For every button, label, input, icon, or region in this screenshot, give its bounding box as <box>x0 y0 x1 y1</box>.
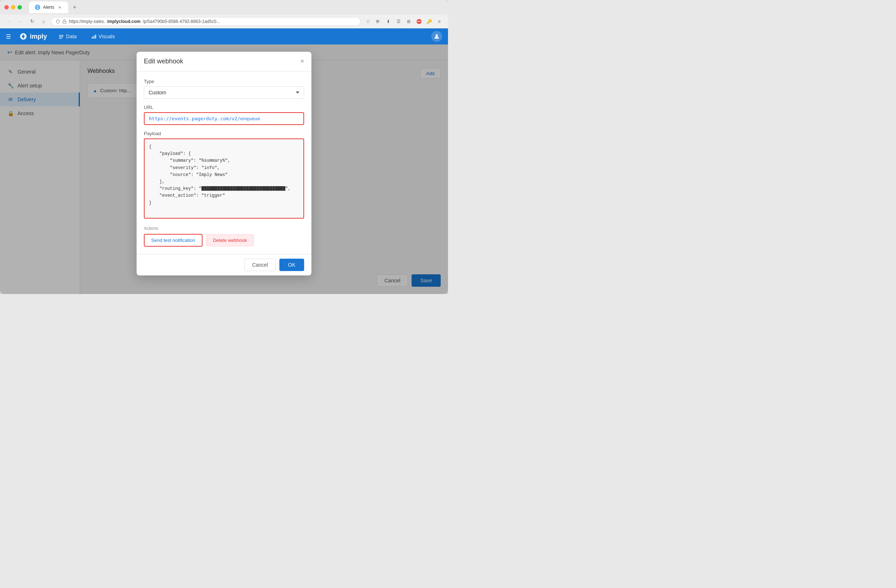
app-logo-text: imply <box>30 33 47 40</box>
grid-icon[interactable]: ⊞ <box>404 17 413 26</box>
browser-toolbar-icons: ☆ ⛨ ⬇ ☰ ⊞ ⛔ 🔑 ≡ <box>364 17 443 26</box>
payload-label: Payload <box>144 131 304 136</box>
nav-data-label: Data <box>66 34 77 40</box>
svg-rect-8 <box>93 36 94 39</box>
modal-body: Type Custom URL Payload <box>137 72 311 254</box>
send-test-notification-button[interactable]: Send test notification <box>144 234 203 247</box>
actions-row: Send test notification Delete webhook <box>144 234 304 247</box>
svg-rect-6 <box>59 38 62 39</box>
page-body: ↩ Edit alert: Imply News PagerDuty ✎ Gen… <box>0 44 448 294</box>
hamburger-icon[interactable]: ☰ <box>6 33 11 40</box>
actions-label: Actions <box>144 226 304 231</box>
modal-footer: Cancel OK <box>137 254 311 276</box>
payload-form-group: Payload { "payload": { "summary": "%summ… <box>144 131 304 220</box>
url-bar[interactable]: https://imply-sales.implycloud.com/p/5a4… <box>51 17 361 26</box>
url-label: URL <box>144 105 304 110</box>
nav-data[interactable]: Data <box>56 32 80 41</box>
url-form-group: URL <box>144 105 304 125</box>
lock-icon <box>62 19 67 24</box>
svg-point-10 <box>436 34 438 37</box>
extensions-icon[interactable]: ⛨ <box>374 17 382 26</box>
modal-close-button[interactable]: × <box>300 58 304 65</box>
svg-rect-9 <box>95 35 96 39</box>
type-label: Type <box>144 79 304 84</box>
actions-section: Actions Send test notification Delete we… <box>144 226 304 247</box>
header-right <box>431 31 442 42</box>
browser-window: Alerts ✕ + ← → ↻ ⌂ https://imply-sales.i… <box>0 0 448 294</box>
svg-rect-4 <box>59 35 63 36</box>
url-suffix: /p/5a4790b5-8586-4792-8863-1ad5c0... <box>143 19 220 24</box>
password-icon[interactable]: 🔑 <box>425 17 433 26</box>
data-icon <box>59 34 64 39</box>
browser-tab-alerts[interactable]: Alerts ✕ <box>29 2 68 13</box>
traffic-lights <box>5 5 22 9</box>
url-prefix: https://imply-sales. <box>69 19 105 24</box>
url-domain: implycloud.com <box>107 19 140 24</box>
visuals-icon <box>91 34 96 39</box>
tab-close-button[interactable]: ✕ <box>57 5 62 10</box>
app-logo: imply <box>20 33 47 40</box>
close-traffic-light[interactable] <box>5 5 9 9</box>
forward-button[interactable]: → <box>16 17 25 26</box>
ublock-icon[interactable]: ⛔ <box>414 17 423 26</box>
reload-button[interactable]: ↻ <box>28 17 37 26</box>
menu-icon[interactable]: ≡ <box>435 17 443 26</box>
url-input[interactable] <box>144 112 304 125</box>
tab-label: Alerts <box>43 5 54 10</box>
tab-favicon <box>35 5 40 10</box>
modal-title: Edit webhook <box>144 58 183 65</box>
minimize-traffic-light[interactable] <box>11 5 15 9</box>
download-icon[interactable]: ⬇ <box>384 17 393 26</box>
new-tab-button[interactable]: + <box>70 2 80 12</box>
delete-webhook-button[interactable]: Delete webhook <box>206 234 254 246</box>
type-form-group: Type Custom <box>144 79 304 99</box>
payload-textarea[interactable]: { "payload": { "summary": "%summary%", "… <box>144 139 304 219</box>
address-bar: ← → ↻ ⌂ https://imply-sales.implycloud.c… <box>0 15 448 28</box>
imply-logo-icon <box>20 33 27 40</box>
bookmark-icon[interactable]: ☆ <box>364 17 372 26</box>
back-button[interactable]: ← <box>5 17 13 26</box>
browser-titlebar: Alerts ✕ + <box>0 0 448 15</box>
shield-icon <box>56 19 60 24</box>
modal-ok-button[interactable]: OK <box>279 259 304 271</box>
nav-visuals-label: Visuals <box>99 34 115 40</box>
tab-bar: Alerts ✕ + <box>29 2 443 13</box>
nav-visuals[interactable]: Visuals <box>88 32 118 41</box>
modal-cancel-button[interactable]: Cancel <box>244 259 276 271</box>
svg-rect-7 <box>92 37 93 39</box>
app-header: ☰ imply Data Visuals <box>0 28 448 44</box>
modal-overlay: Edit webhook × Type Custom <box>0 44 448 294</box>
app-content: ☰ imply Data Visuals ↩ <box>0 28 448 294</box>
user-avatar[interactable] <box>431 31 442 42</box>
reading-list-icon[interactable]: ☰ <box>394 17 403 26</box>
maximize-traffic-light[interactable] <box>17 5 22 9</box>
edit-webhook-modal: Edit webhook × Type Custom <box>137 52 311 276</box>
user-icon <box>434 34 440 40</box>
svg-rect-5 <box>59 37 63 37</box>
home-button[interactable]: ⌂ <box>39 17 48 26</box>
svg-rect-2 <box>63 21 66 23</box>
modal-header: Edit webhook × <box>137 52 311 72</box>
type-select[interactable]: Custom <box>144 86 304 99</box>
